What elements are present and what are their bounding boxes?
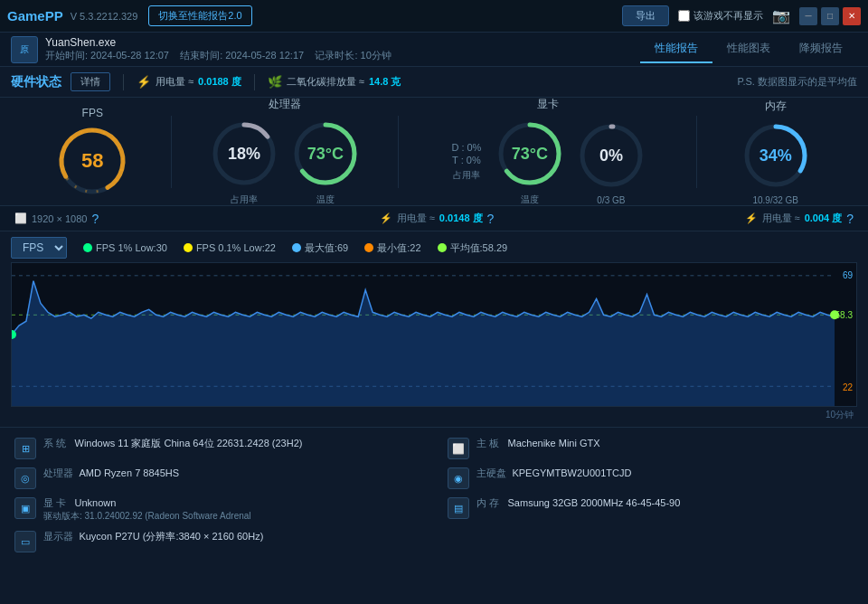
gpu-vram-sub: 0/3 GB — [597, 195, 625, 205]
fps-gauge: 58 — [56, 125, 128, 197]
chart-y-max: 69 — [843, 270, 853, 280]
detail-button[interactable]: 详情 — [71, 72, 110, 91]
tab-performance-chart[interactable]: 性能图表 — [712, 35, 785, 63]
cpu-block: 处理器 18% 占用率 — [172, 97, 399, 206]
mobo-key: 主 板 — [476, 438, 505, 448]
status-bar: 硬件状态 详情 ⚡ 用电量 ≈ 0.0188 度 🌿 二氧化碳排放量 ≈ 14.… — [0, 67, 868, 98]
camera-icon[interactable]: 📷 — [772, 7, 790, 24]
app-version: V 5.3.2212.329 — [71, 11, 138, 22]
cpu-temp-sub: 温度 — [316, 193, 335, 206]
power-status: ⚡ 用电量 ≈ 0.0188 度 — [137, 75, 241, 89]
close-button[interactable]: ✕ — [843, 7, 861, 25]
gpu-power-info: ⚡ 用电量 ≈ 0.004 度 ? — [745, 212, 854, 226]
monitor-sys-key: 显示器 — [43, 531, 76, 542]
chart-section: FPS FPS 1% Low:30 FPS 0.1% Low:22 最大值:69… — [0, 231, 868, 428]
game-name: YuanShen.exe — [45, 36, 392, 49]
legend-dot-1 — [83, 243, 92, 252]
resolution-help-icon[interactable]: ? — [91, 212, 99, 226]
cpu-usage-sub: 占用率 — [231, 193, 258, 206]
title-bar-right: 导出 该游戏不再显示 📷 ─ □ ✕ — [622, 5, 861, 26]
switch-report-button[interactable]: 切换至性能报告2.0 — [148, 5, 251, 26]
info-bar: 原 YuanShen.exe 开始时间: 2024-05-28 12:07 结束… — [0, 33, 868, 67]
legend-fps-avg: 平均值:58.29 — [438, 241, 508, 255]
game-avatar: 原 — [11, 36, 38, 63]
maximize-button[interactable]: □ — [821, 7, 839, 25]
gpu-power-help-icon[interactable]: ? — [846, 212, 854, 226]
mobo-icon: ⬜ — [448, 438, 469, 459]
fps-block: FPS 58 — [14, 107, 171, 197]
fps-label: FPS — [82, 107, 103, 119]
chart-toolbar: FPS FPS 1% Low:30 FPS 0.1% Low:22 最大值:69… — [0, 237, 868, 262]
cpu-power-help-icon[interactable]: ? — [487, 212, 495, 226]
gpu-power-icon: ⚡ — [745, 212, 758, 224]
mem-sys-icon: ▤ — [448, 497, 469, 519]
mem-block: 内存 34% 10.9/32 GB — [697, 99, 854, 205]
sysinfo-cpu-row: ◎ 处理器 AMD Ryzen 7 8845HS — [14, 467, 420, 489]
chart-area: 69 58.3 22 — [11, 262, 857, 407]
power-value: 0.0188 度 — [198, 75, 241, 89]
disk-value: KPEGYMTBW2U001TCJD — [512, 467, 631, 478]
mem-value: 34% — [760, 147, 792, 164]
sysinfo-section: ⊞ 系 统 Windows 11 家庭版 China 64位 22631.242… — [0, 428, 868, 569]
sysinfo-mobo-row: ⬜ 主 板 Machenike Mini GTX — [448, 437, 854, 459]
ps-note: P.S. 数据图显示的是平均值 — [738, 75, 857, 89]
sysinfo-disk-row: ◉ 主硬盘 KPEGYMTBW2U001TCJD — [448, 467, 854, 489]
power-icon: ⚡ — [137, 75, 151, 89]
gpu-sys-key: 显 卡 — [43, 497, 71, 508]
legend-dot-3 — [292, 243, 301, 252]
disk-icon: ◉ — [448, 467, 469, 489]
os-key: 系 统 — [43, 438, 71, 448]
gpu-sys-icon: ▣ — [14, 497, 36, 519]
fps-value: 58 — [81, 151, 103, 171]
chart-y-avg: 58.3 — [835, 310, 853, 320]
cpu-sys-key: 处理器 — [43, 467, 76, 478]
export-button[interactable]: 导出 — [622, 5, 669, 26]
sysinfo-left-col: ⊞ 系 统 Windows 11 家庭版 China 64位 22631.242… — [14, 437, 420, 560]
monitor-sys-value: Kuycon P27U (分辨率:3840 × 2160 60Hz) — [79, 531, 263, 542]
cpu-temp-value: 73°C — [307, 146, 344, 162]
gpu-power-value: 0.004 度 — [805, 212, 843, 225]
cpu-power-icon: ⚡ — [380, 212, 392, 224]
legend-fps-1pct: FPS 1% Low:30 — [83, 242, 167, 253]
sysinfo-right-col: ⬜ 主 板 Machenike Mini GTX ◉ 主硬盘 KPEGYMTBW… — [448, 437, 854, 560]
chart-y-min: 22 — [843, 382, 853, 392]
monitor-icon: ⬜ — [14, 212, 27, 224]
game-time: 开始时间: 2024-05-28 12:07 结束时间: 2024-05-28 … — [45, 49, 392, 62]
cpu-temp-gauge: 73°C — [289, 118, 362, 190]
resolution-info: ⬜ 1920 × 1080 ? — [14, 212, 380, 226]
hide-game-input[interactable] — [678, 10, 690, 22]
sysinfo-mem-row: ▤ 内 存 Samsung 32GB 2000MHz 46-45-45-90 — [448, 496, 854, 519]
cpu-label: 处理器 — [269, 97, 301, 112]
gpu-temp-gauge: 73°C — [494, 118, 566, 190]
tab-performance-report[interactable]: 性能报告 — [640, 35, 712, 63]
co2-value: 14.8 克 — [369, 75, 401, 89]
cpu-usage-value: 18% — [228, 146, 260, 162]
gpu-d-label: D : 0% — [451, 142, 481, 153]
mem-label: 内存 — [765, 99, 787, 114]
legend-dot-5 — [438, 243, 447, 252]
sysinfo-monitor-row: ▭ 显示器 Kuycon P27U (分辨率:3840 × 2160 60Hz) — [14, 530, 420, 552]
co2-icon: 🌿 — [268, 75, 282, 89]
cpu-power-info: ⚡ 用电量 ≈ 0.0148 度 ? — [380, 212, 745, 226]
gpu-usage-sub: 占用率 — [453, 169, 480, 182]
metrics-row: FPS 58 处理器 — [0, 98, 868, 206]
chart-x-label: 10分钟 — [0, 407, 868, 421]
title-bar: GamePP V 5.3.2212.329 切换至性能报告2.0 导出 该游戏不… — [0, 0, 868, 33]
gpu-sys-value: Unknown — [75, 497, 117, 508]
cpu-power-value: 0.0148 度 — [439, 212, 483, 225]
legend-fps-max: 最大值:69 — [292, 241, 348, 255]
gpu-temp-sub: 温度 — [521, 193, 539, 206]
chart-select-wrap: FPS — [11, 237, 67, 259]
sysinfo-os-row: ⊞ 系 统 Windows 11 家庭版 China 64位 22631.242… — [14, 437, 420, 459]
chart-metric-select[interactable]: FPS — [11, 237, 67, 259]
os-value: Windows 11 家庭版 China 64位 22631.2428 (23H… — [75, 438, 303, 448]
gpu-temp-value: 73°C — [512, 146, 548, 162]
divider-1 — [123, 74, 124, 90]
cpu-sys-value: AMD Ryzen 7 8845HS — [79, 467, 179, 478]
disk-key: 主硬盘 — [476, 467, 509, 478]
app-logo: GamePP — [7, 8, 63, 24]
gpu-label: 显卡 — [537, 97, 559, 112]
hide-game-checkbox[interactable]: 该游戏不再显示 — [678, 9, 763, 23]
minimize-button[interactable]: ─ — [799, 7, 817, 25]
tab-frequency-report[interactable]: 降频报告 — [785, 35, 857, 63]
